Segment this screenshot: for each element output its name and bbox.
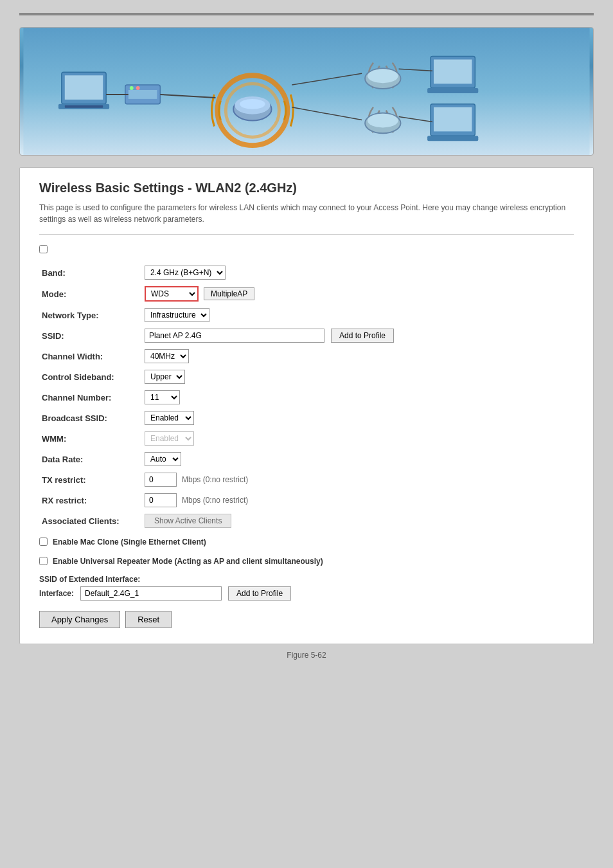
associated-clients-row: Associated Clients: Show Active Clients [39,511,574,531]
associated-clients-label: Associated Clients: [42,516,120,526]
svg-rect-23 [427,136,478,141]
add-to-profile2-button[interactable]: Add to Profile [228,586,291,601]
control-sideband-row: Control Sideband: UpperLower [39,366,574,387]
form-table: Band: 2.4 GHz (B+G+N)2.4 GHz (B)2.4 GHz … [39,262,574,531]
ssid-extended-label-text: SSID of Extended Interface: [39,575,140,584]
ssid-extended-input[interactable] [80,586,222,601]
channel-width-row: Channel Width: 40MHz20MHz [39,346,574,366]
reset-button[interactable]: Reset [125,611,172,628]
svg-rect-4 [65,105,103,108]
svg-rect-2 [65,75,103,100]
svg-rect-6 [129,90,157,99]
tx-restrict-label: TX restrict: [42,475,86,485]
ssid-row: SSID: Add to Profile [39,325,574,346]
rx-restrict-hint: Mbps (0:no restrict) [182,496,248,505]
data-rate-row: Data Rate: Auto1M2M5.5M11M6M9M12M18M24M3… [39,449,574,469]
ssid-input[interactable] [145,329,324,343]
svg-rect-22 [434,107,472,132]
top-bar [19,13,594,15]
network-type-select[interactable]: InfrastructureAd-Hoc [145,308,209,322]
mac-clone-label: Enable Mac Clone (Single Ethernet Client… [53,538,206,547]
disable-wireless-row [39,245,574,253]
svg-point-15 [368,69,398,83]
rx-restrict-input[interactable] [145,493,177,507]
multipleap-button[interactable]: MultipleAP [204,287,254,300]
wmm-label: WMM: [42,434,66,444]
add-to-profile-button[interactable]: Add to Profile [331,329,394,343]
channel-number-select[interactable]: 12345678910111213Auto [145,390,180,404]
ssid-extended-section-label: SSID of Extended Interface: [39,575,140,584]
mode-row: Mode: WDSAPClientWDS+AP MultipleAP [39,283,574,305]
ssid-label: SSID: [42,331,64,341]
channel-number-label: Channel Number: [42,393,111,402]
repeater-row: Enable Universal Repeater Mode (Acting a… [39,557,574,566]
svg-point-20 [368,114,398,128]
network-type-label: Network Type: [42,311,99,320]
channel-number-row: Channel Number: 12345678910111213Auto [39,387,574,408]
svg-rect-17 [434,60,472,84]
banner [19,27,594,156]
svg-rect-0 [23,28,589,155]
repeater-checkbox[interactable] [39,557,48,565]
rx-restrict-cell: Mbps (0:no restrict) [145,493,571,507]
disable-wireless-checkbox[interactable] [39,245,48,253]
page-title: Wireless Basic Settings - WLAN2 (2.4GHz) [39,181,574,195]
ssid-extended-input-row: Interface: Add to Profile [39,586,574,601]
svg-point-13 [240,99,265,109]
interface-label: Interface: [39,589,74,598]
content-box: Wireless Basic Settings - WLAN2 (2.4GHz)… [19,167,594,644]
ssid-cell: Add to Profile [145,329,571,343]
ssid-extended-row: SSID of Extended Interface: [39,575,574,584]
mode-cell: WDSAPClientWDS+AP MultipleAP [145,286,571,302]
show-active-clients-button[interactable]: Show Active Clients [145,514,231,528]
wmm-row: WMM: EnabledDisabled [39,428,574,449]
figure-caption: Figure 5-62 [19,651,594,660]
mac-clone-row: Enable Mac Clone (Single Ethernet Client… [39,538,574,547]
wmm-select[interactable]: EnabledDisabled [145,431,194,446]
data-rate-select[interactable]: Auto1M2M5.5M11M6M9M12M18M24M36M48M54M [145,452,181,466]
channel-width-select[interactable]: 40MHz20MHz [145,349,189,363]
page-description: This page is used to configure the param… [39,202,574,225]
data-rate-label: Data Rate: [42,455,83,464]
control-sideband-label: Control Sideband: [42,372,114,382]
network-type-row: Network Type: InfrastructureAd-Hoc [39,305,574,325]
tx-restrict-input[interactable] [145,473,177,487]
rx-restrict-label: RX restrict: [42,496,87,505]
mode-select[interactable]: WDSAPClientWDS+AP [145,286,199,302]
band-row: Band: 2.4 GHz (B+G+N)2.4 GHz (B)2.4 GHz … [39,262,574,283]
tx-restrict-cell: Mbps (0:no restrict) [145,473,571,487]
divider [39,234,574,235]
mac-clone-checkbox[interactable] [39,538,48,546]
bottom-buttons: Apply Changes Reset [39,611,574,628]
svg-point-8 [136,86,140,90]
repeater-section: Enable Universal Repeater Mode (Acting a… [39,552,574,571]
channel-width-label: Channel Width: [42,352,103,361]
broadcast-ssid-row: Broadcast SSID: EnabledDisabled [39,408,574,428]
broadcast-ssid-select[interactable]: EnabledDisabled [145,411,194,425]
repeater-label: Enable Universal Repeater Mode (Acting a… [53,557,323,566]
apply-changes-button[interactable]: Apply Changes [39,611,120,628]
broadcast-ssid-label: Broadcast SSID: [42,413,107,423]
svg-point-7 [130,86,134,90]
svg-rect-18 [427,88,478,93]
mode-label: Mode: [42,289,66,299]
band-label: Band: [42,268,66,278]
page-wrapper: Wireless Basic Settings - WLAN2 (2.4GHz)… [0,0,613,673]
band-select[interactable]: 2.4 GHz (B+G+N)2.4 GHz (B)2.4 GHz (G)2.4… [145,266,226,280]
tx-restrict-row: TX restrict: Mbps (0:no restrict) [39,469,574,490]
control-sideband-select[interactable]: UpperLower [145,370,185,384]
rx-restrict-row: RX restrict: Mbps (0:no restrict) [39,490,574,511]
tx-restrict-hint: Mbps (0:no restrict) [182,475,248,484]
